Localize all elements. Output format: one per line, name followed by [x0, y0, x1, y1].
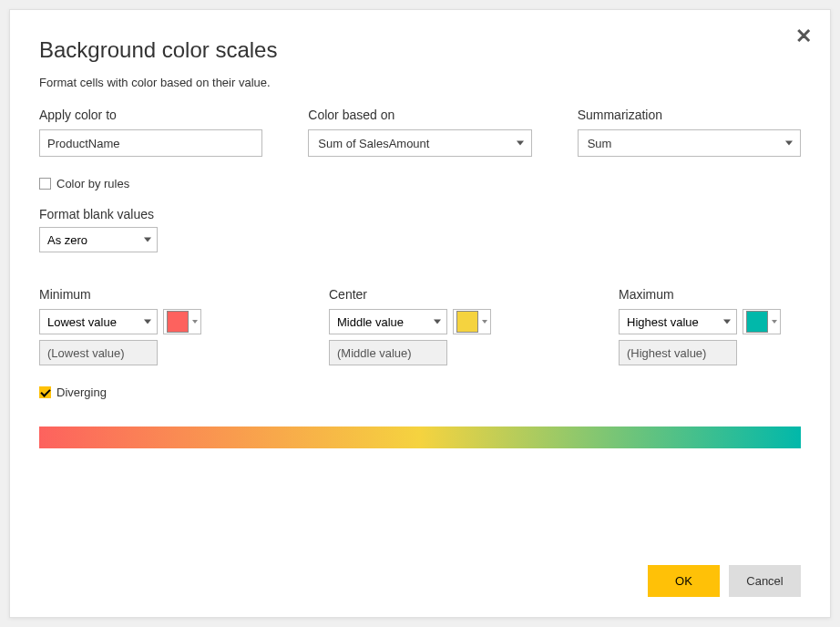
maximum-color-picker[interactable]	[743, 309, 781, 334]
close-icon[interactable]: ✕	[795, 26, 812, 46]
maximum-label: Maximum	[619, 287, 801, 302]
chevron-down-icon	[723, 320, 731, 324]
center-mode-value: Middle value	[337, 315, 404, 329]
summarization-select[interactable]: Sum	[578, 129, 801, 157]
chevron-down-icon	[517, 141, 524, 146]
chevron-down-icon	[772, 320, 777, 324]
maximum-value-display: (Highest value)	[619, 340, 737, 365]
chevron-down-icon	[144, 238, 151, 242]
diverging-label: Diverging	[56, 385, 107, 399]
chevron-down-icon	[434, 320, 441, 324]
center-column: Center Middle value (Middle value)	[329, 287, 511, 365]
minimum-label: Minimum	[39, 287, 221, 302]
maximum-mode-select[interactable]: Highest value	[619, 309, 737, 334]
diverging-checkbox[interactable]	[39, 386, 51, 398]
dialog-title: Background color scales	[39, 37, 801, 63]
chevron-down-icon	[144, 320, 151, 324]
dialog-subtitle: Format cells with color based on their v…	[39, 76, 801, 89]
format-blank-select[interactable]: As zero	[39, 227, 158, 252]
minimum-mode-value: Lowest value	[47, 315, 117, 329]
chevron-down-icon	[785, 141, 793, 146]
format-blank-label: Format blank values	[39, 207, 801, 221]
apply-color-to-input[interactable]	[39, 129, 262, 157]
color-based-on-label: Color based on	[308, 108, 531, 122]
format-blank-value: As zero	[47, 233, 87, 247]
ok-button[interactable]: OK	[648, 565, 720, 597]
minimum-color-swatch	[167, 311, 189, 333]
gradient-preview-bar	[39, 427, 801, 448]
center-label: Center	[329, 287, 511, 302]
minimum-value-display: (Lowest value)	[39, 340, 158, 365]
chevron-down-icon	[482, 320, 487, 324]
cancel-button[interactable]: Cancel	[729, 565, 801, 597]
color-based-on-select[interactable]: Sum of SalesAmount	[308, 129, 531, 157]
minimum-color-picker[interactable]	[163, 309, 201, 334]
apply-color-to-label: Apply color to	[39, 108, 262, 122]
color-by-rules-checkbox[interactable]	[39, 178, 51, 190]
minimum-mode-select[interactable]: Lowest value	[39, 309, 158, 334]
chevron-down-icon	[192, 320, 198, 324]
center-value-display: (Middle value)	[329, 340, 447, 365]
background-color-scales-dialog: ✕ Background color scales Format cells w…	[9, 9, 831, 618]
summarization-value: Sum	[588, 137, 612, 150]
minimum-column: Minimum Lowest value (Lowest value)	[39, 287, 221, 365]
color-based-on-value: Sum of SalesAmount	[318, 137, 429, 150]
maximum-column: Maximum Highest value (Highest value)	[619, 287, 801, 365]
color-by-rules-label: Color by rules	[56, 177, 129, 190]
maximum-mode-value: Highest value	[627, 315, 699, 329]
maximum-color-swatch	[746, 311, 768, 333]
center-mode-select[interactable]: Middle value	[329, 309, 447, 334]
center-color-picker[interactable]	[453, 309, 491, 334]
center-color-swatch	[456, 311, 478, 333]
summarization-label: Summarization	[578, 108, 801, 122]
